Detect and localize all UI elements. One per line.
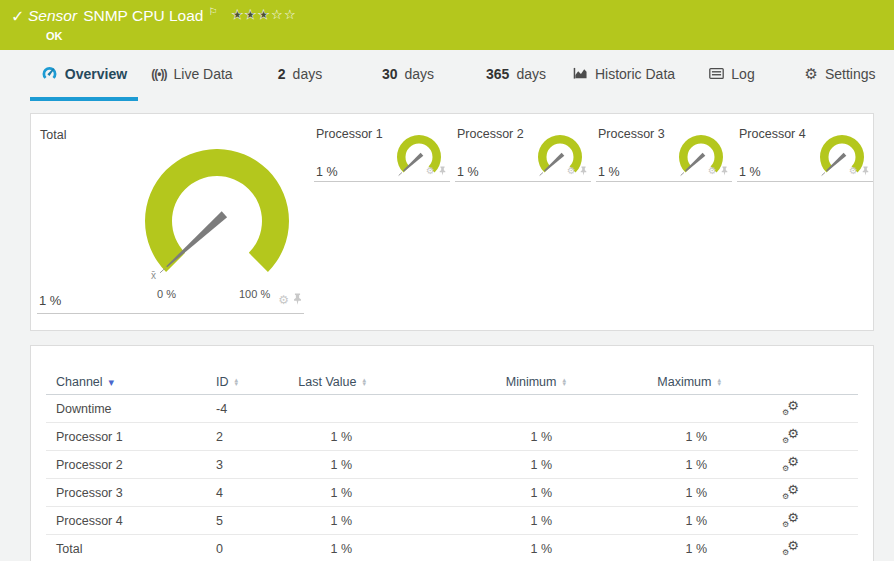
channel-last-value: 1 % — [316, 165, 338, 179]
channel-last-value: 1 % — [39, 293, 61, 308]
total-gauge[interactable]: x̄ — [137, 149, 297, 294]
gauge-cell-actions: ⚙ — [849, 162, 869, 180]
column-header-minimum[interactable]: Minimum▴▾ — [366, 375, 566, 389]
table-row-processor-2: Processor 2 3 1 % 1 % 1 % ⚙⚙ — [46, 451, 858, 479]
column-header-channel[interactable]: Channel▾ — [56, 375, 216, 389]
table-body: Downtime -4 ⚙⚙Processor 1 2 1 % 1 % 1 % … — [46, 395, 858, 561]
table-row-processor-1: Processor 1 2 1 % 1 % 1 % ⚙⚙ — [46, 423, 858, 451]
table-row-downtime: Downtime -4 ⚙⚙ — [46, 395, 858, 423]
cell-channel[interactable]: Total — [56, 542, 216, 556]
column-label: ID — [216, 375, 229, 389]
channel-label: Total — [40, 128, 66, 142]
tab-label: days — [405, 66, 435, 82]
gear-icon[interactable]: ⚙ — [849, 166, 858, 176]
tab-settings[interactable]: ⚙Settings — [786, 50, 894, 101]
gauge-cell-total: Total x̄ 0 % 100 % 1 % ⚙ — [37, 122, 304, 314]
gear-icon[interactable]: ⚙ — [426, 166, 435, 176]
cell-maximum: 1 % — [566, 486, 721, 500]
tab-number: 30 — [382, 66, 398, 82]
cell-id: 5 — [216, 514, 286, 528]
star-icon[interactable]: ★ — [231, 7, 244, 22]
pin-icon[interactable] — [439, 162, 446, 180]
sort-both-icon[interactable]: ▴▾ — [717, 378, 721, 387]
gauge-cell-processor-1: Processor 1 1 % ⚙ — [314, 122, 450, 182]
tab-label: Settings — [825, 66, 876, 82]
log-icon — [709, 68, 724, 79]
gear-icon[interactable]: ⚙ — [278, 295, 289, 305]
cell-last-value: 1 % — [286, 514, 366, 528]
cell-channel[interactable]: Downtime — [56, 402, 216, 416]
cell-last-value: 1 % — [286, 486, 366, 500]
gauge-cell-actions: ⚙ — [278, 291, 302, 309]
channel-last-value: 1 % — [739, 165, 761, 179]
channel-table: Channel▾ID▴▾Last Value▴▾Minimum▴▾Maximum… — [46, 370, 858, 561]
pin-icon[interactable] — [580, 162, 587, 180]
star-icon[interactable]: ★ — [258, 7, 271, 22]
cell-minimum: 1 % — [366, 430, 566, 444]
cell-maximum: 1 % — [566, 458, 721, 472]
column-label: Channel — [56, 375, 103, 389]
channel-settings-icon[interactable]: ⚙⚙ — [782, 513, 799, 528]
sensor-type-label: Sensor — [28, 7, 77, 24]
flag-icon[interactable]: ⚐ — [208, 6, 217, 17]
tab-30-days[interactable]: 30days — [354, 50, 462, 101]
column-label: Last Value — [298, 375, 356, 389]
column-label: Minimum — [506, 375, 557, 389]
cell-channel[interactable]: Processor 1 — [56, 430, 216, 444]
cell-id: 2 — [216, 430, 286, 444]
tab-overview[interactable]: Overview — [30, 50, 138, 101]
column-label: Maximum — [657, 375, 711, 389]
cell-last-value: 1 % — [286, 542, 366, 556]
channel-settings-icon[interactable]: ⚙⚙ — [782, 429, 799, 444]
column-header-last-value[interactable]: Last Value▴▾ — [286, 375, 366, 389]
channel-settings-icon[interactable]: ⚙⚙ — [782, 401, 799, 416]
channel-table-panel: Channel▾ID▴▾Last Value▴▾Minimum▴▾Maximum… — [30, 345, 874, 561]
live-data-icon: ((•)) — [151, 67, 166, 81]
cell-channel[interactable]: Processor 3 — [56, 486, 216, 500]
sort-desc-icon[interactable]: ▾ — [109, 377, 115, 388]
star-icon[interactable]: ★ — [245, 7, 258, 22]
sensor-title: SNMP CPU Load — [83, 7, 203, 24]
channel-label: Processor 1 — [316, 127, 383, 141]
tab-365-days[interactable]: 365days — [462, 50, 570, 101]
star-rating[interactable]: ★★★☆☆ — [231, 7, 297, 22]
channel-label: Processor 4 — [739, 127, 806, 141]
channel-settings-icon[interactable]: ⚙⚙ — [782, 485, 799, 500]
cell-minimum: 1 % — [366, 458, 566, 472]
status-text: OK — [46, 30, 63, 42]
tab-historic-data[interactable]: Historic Data — [570, 50, 678, 101]
tab-live-data[interactable]: ((•))Live Data — [138, 50, 246, 101]
cell-minimum: 1 % — [366, 542, 566, 556]
cell-minimum: 1 % — [366, 514, 566, 528]
tab-label: Historic Data — [595, 66, 675, 82]
pin-icon[interactable] — [721, 162, 728, 180]
gear-icon[interactable]: ⚙ — [708, 166, 717, 176]
cell-channel[interactable]: Processor 2 — [56, 458, 216, 472]
column-header-id[interactable]: ID▴▾ — [216, 375, 286, 389]
channel-settings-icon[interactable]: ⚙⚙ — [782, 457, 799, 472]
gear-icon[interactable]: ⚙ — [567, 166, 576, 176]
tab-label: Overview — [65, 66, 127, 82]
gauges-panel: Total x̄ 0 % 100 % 1 % ⚙ Processor 1 1 %… — [30, 113, 874, 331]
table-header-row: Channel▾ID▴▾Last Value▴▾Minimum▴▾Maximum… — [46, 370, 858, 395]
svg-text:x̄: x̄ — [151, 270, 156, 281]
tab-log[interactable]: Log — [678, 50, 786, 101]
cell-maximum: 1 % — [566, 514, 721, 528]
tab-2-days[interactable]: 2days — [246, 50, 354, 101]
gauge-cell-actions: ⚙ — [708, 162, 728, 180]
cell-id: 0 — [216, 542, 286, 556]
pin-icon[interactable] — [862, 162, 869, 180]
column-header-maximum[interactable]: Maximum▴▾ — [566, 375, 721, 389]
sort-both-icon[interactable]: ▴▾ — [235, 378, 239, 387]
cell-channel[interactable]: Processor 4 — [56, 514, 216, 528]
gauge-icon — [41, 65, 58, 82]
gauge-cell-actions: ⚙ — [426, 162, 446, 180]
channel-last-value: 1 % — [457, 165, 479, 179]
cell-id: 4 — [216, 486, 286, 500]
channel-last-value: 1 % — [598, 165, 620, 179]
star-icon[interactable]: ☆ — [284, 7, 297, 22]
star-icon[interactable]: ☆ — [271, 7, 284, 22]
cell-maximum: 1 % — [566, 430, 721, 444]
pin-icon[interactable] — [293, 291, 302, 309]
channel-settings-icon[interactable]: ⚙⚙ — [782, 541, 799, 556]
